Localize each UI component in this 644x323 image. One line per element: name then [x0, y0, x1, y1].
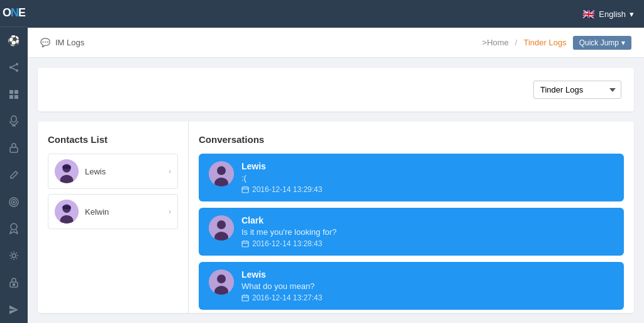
- svg-rect-8: [14, 95, 18, 99]
- svg-point-16: [11, 224, 17, 230]
- conv-message-1: Is it me you're looking for?: [242, 227, 614, 237]
- svg-point-29: [217, 166, 226, 175]
- conv-date-2: 2016-12-14 13:27:43: [242, 293, 614, 302]
- quick-jump-label: Quick Jump: [579, 38, 619, 47]
- sidebar-icon-soccer[interactable]: ⚽: [0, 27, 28, 54]
- conv-date-0: 2016-12-14 13:29:43: [242, 185, 614, 194]
- conv-message-2: What do you mean?: [242, 281, 614, 291]
- content-area: Tinder Logs Facebook Logs WhatsApp Logs …: [28, 58, 644, 323]
- svg-rect-6: [14, 90, 18, 94]
- quick-jump-button[interactable]: Quick Jump ▾: [573, 36, 631, 50]
- sidebar-icon-target[interactable]: [0, 188, 28, 215]
- svg-point-2: [16, 69, 18, 72]
- language-selector[interactable]: 🇬🇧 English ▾: [582, 8, 634, 20]
- sidebar-icon-mic[interactable]: [0, 108, 28, 135]
- sidebar-icon-badge[interactable]: [0, 215, 28, 242]
- svg-point-15: [13, 201, 14, 203]
- conv-avatar-2: [209, 269, 234, 295]
- svg-point-19: [13, 283, 15, 285]
- conv-item-2[interactable]: Lewis What do you mean? 2016-12-14 13:27…: [199, 262, 624, 310]
- conv-content-1: Clark Is it me you're looking for? 2016-…: [242, 215, 614, 248]
- contact-item-kelwin[interactable]: Kelwin ›: [48, 194, 178, 229]
- svg-point-1: [9, 66, 12, 69]
- contacts-title: Contacts List: [48, 134, 178, 145]
- sidebar-icon-send[interactable]: [0, 296, 28, 323]
- breadcrumb-bar: 💬 IM Logs >Home / Tinder Logs Quick Jump…: [28, 28, 644, 58]
- svg-rect-23: [62, 166, 70, 169]
- svg-rect-27: [62, 206, 70, 210]
- svg-rect-38: [242, 241, 248, 247]
- conv-avatar-0: [209, 161, 234, 186]
- breadcrumb-nav: >Home / Tinder Logs Quick Jump ▾: [482, 36, 631, 50]
- svg-rect-31: [242, 187, 248, 193]
- contact-arrow-lewis: ›: [169, 167, 171, 176]
- conversations-title: Conversations: [199, 134, 624, 145]
- filter-panel: Tinder Logs Facebook Logs WhatsApp Logs: [38, 68, 634, 111]
- breadcrumb-home: >Home: [482, 38, 509, 47]
- sidebar-icon-share[interactable]: [0, 54, 28, 81]
- conv-name-2: Lewis: [242, 269, 614, 280]
- flag-icon: 🇬🇧: [582, 8, 595, 20]
- sidebar: ONE ⚽: [0, 0, 28, 323]
- logo-text: ONE: [3, 6, 25, 20]
- conv-name-1: Clark: [242, 215, 614, 225]
- conv-content-2: Lewis What do you mean? 2016-12-14 13:27…: [242, 269, 614, 302]
- svg-point-17: [12, 254, 16, 258]
- svg-rect-5: [9, 90, 13, 94]
- conv-name-0: Lewis: [242, 161, 614, 171]
- svg-point-0: [16, 63, 18, 65]
- svg-line-4: [12, 68, 16, 70]
- contact-name-kelwin: Kelwin: [85, 207, 162, 217]
- conv-message-0: :(: [242, 173, 614, 183]
- conv-content-0: Lewis :( 2016-12-14 13:29:43: [242, 161, 614, 194]
- svg-line-3: [12, 65, 16, 67]
- breadcrumb-section-label: IM Logs: [55, 38, 84, 47]
- sidebar-icon-lock[interactable]: [0, 135, 28, 162]
- app-logo: ONE: [0, 0, 28, 27]
- sidebar-icon-edit[interactable]: [0, 162, 28, 189]
- sidebar-icon-grid[interactable]: [0, 81, 28, 108]
- conv-avatar-1: [209, 215, 234, 241]
- svg-rect-45: [242, 295, 248, 301]
- breadcrumb-separator: /: [515, 38, 518, 47]
- svg-point-36: [217, 220, 226, 229]
- conv-item-0[interactable]: Lewis :( 2016-12-14 13:29:43: [199, 154, 624, 201]
- svg-rect-9: [11, 116, 16, 122]
- breadcrumb-current: Tinder Logs: [523, 38, 566, 47]
- svg-point-43: [217, 275, 226, 283]
- breadcrumb-section: 💬 IM Logs: [40, 38, 84, 47]
- sidebar-icon-lock2[interactable]: [0, 269, 28, 297]
- svg-rect-7: [9, 95, 13, 99]
- log-type-select[interactable]: Tinder Logs Facebook Logs WhatsApp Logs: [533, 81, 621, 99]
- sidebar-icon-settings[interactable]: [0, 242, 28, 269]
- contacts-panel: Contacts List Lewis ›: [38, 122, 189, 313]
- contact-avatar-lewis: [55, 159, 79, 183]
- im-logs-icon: 💬: [40, 38, 50, 47]
- main-area: 🇬🇧 English ▾ 💬 IM Logs >Home / Tinder Lo…: [28, 0, 644, 323]
- contact-item-lewis[interactable]: Lewis ›: [48, 154, 178, 189]
- conversations-panel: Conversations Lewis :(: [189, 122, 634, 313]
- svg-rect-12: [10, 147, 18, 152]
- quick-jump-dropdown-icon: ▾: [621, 38, 625, 47]
- contact-arrow-kelwin: ›: [169, 207, 171, 216]
- topbar: 🇬🇧 English ▾: [28, 0, 644, 28]
- conv-date-1: 2016-12-14 13:28:43: [242, 239, 614, 248]
- conv-item-1[interactable]: Clark Is it me you're looking for? 2016-…: [199, 208, 624, 256]
- language-label: English: [599, 9, 626, 19]
- contact-avatar-kelwin: [55, 200, 79, 224]
- lang-dropdown-icon: ▾: [630, 9, 634, 19]
- main-panel: Contacts List Lewis ›: [38, 122, 634, 313]
- contact-name-lewis: Lewis: [85, 167, 162, 176]
